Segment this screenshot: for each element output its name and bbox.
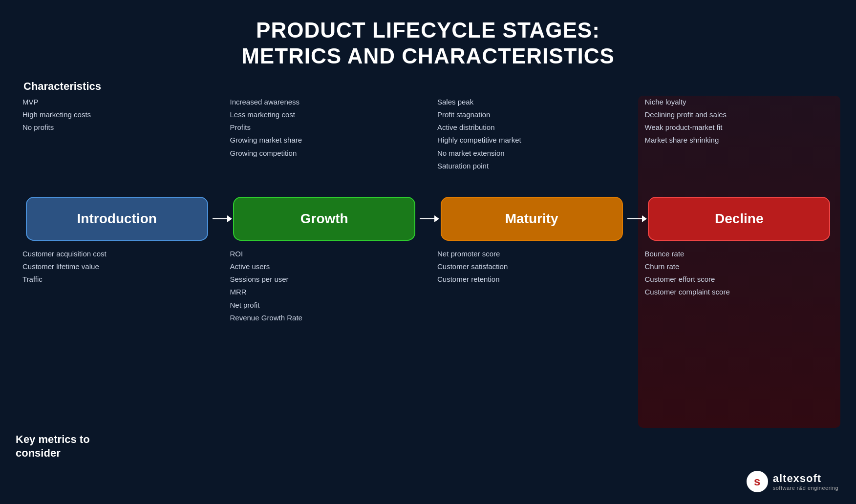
characteristics-label: Characteristics [0, 80, 856, 93]
stage-growth-col: Increased awareness Less marketing cost … [223, 96, 426, 428]
arrow-3 [627, 215, 647, 222]
maturity-box: Maturity [441, 197, 623, 241]
stage-maturity-col: Sales peak Profit stagnation Active dist… [430, 96, 633, 428]
decline-box: Decline [648, 197, 830, 241]
decline-metrics: Bounce rate Churn rate Customer effort s… [638, 248, 841, 299]
growth-characteristics: Increased awareness Less marketing cost … [223, 96, 426, 191]
stage-introduction-col: MVP High marketing costs No profits Intr… [16, 96, 218, 428]
decline-characteristics: Niche loyalty Declining profit and sales… [638, 96, 841, 191]
maturity-characteristics: Sales peak Profit stagnation Active dist… [430, 96, 633, 191]
logo-text: altexsoft software r&d engineering [773, 472, 838, 491]
introduction-box: Introduction [26, 197, 208, 241]
key-metrics-label: Key metrics toconsider [16, 433, 143, 461]
arrow-1 [213, 215, 232, 222]
introduction-characteristics: MVP High marketing costs No profits [16, 96, 218, 191]
page-container: PRODUCT LIFECYCLE STAGES: METRICS and CH… [0, 0, 856, 504]
introduction-metrics: Customer acquisition cost Customer lifet… [16, 248, 218, 286]
stage-decline-col: Niche loyalty Declining profit and sales… [638, 96, 841, 428]
title-line2: METRICS and CHARACTERISTICS [241, 44, 615, 68]
logo-icon: s [747, 471, 768, 492]
title-line1: PRODUCT LIFECYCLE STAGES: [256, 18, 600, 42]
growth-box: Growth [233, 197, 415, 241]
maturity-metrics: Net promoter score Customer satisfaction… [430, 248, 633, 286]
brand-tagline: software r&d engineering [773, 485, 838, 491]
brand-name: altexsoft [773, 472, 838, 485]
page-title: PRODUCT LIFECYCLE STAGES: METRICS and CH… [0, 0, 856, 79]
bottom-row: Key metrics toconsider [0, 433, 856, 461]
logo-area: s altexsoft software r&d engineering [747, 471, 838, 492]
stages-layout: MVP High marketing costs No profits Intr… [0, 96, 856, 428]
arrow-2 [420, 215, 439, 222]
growth-metrics: ROI Active users Sessions per user MRR N… [223, 248, 426, 325]
